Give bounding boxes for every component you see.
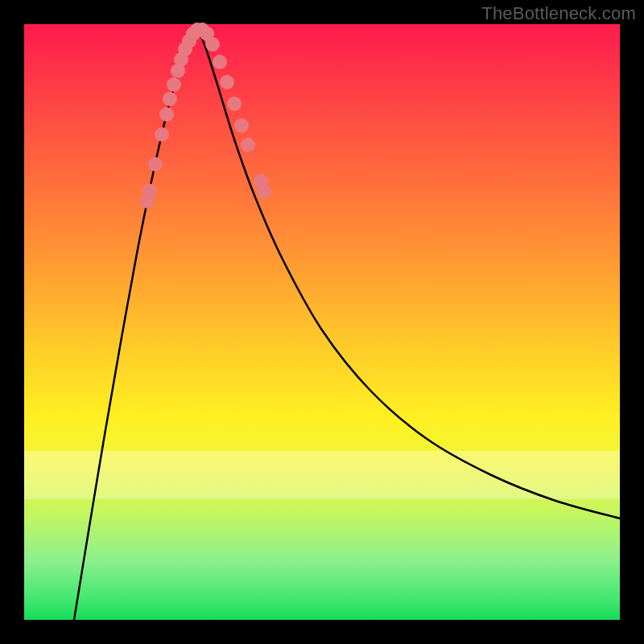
curve-right-curve — [197, 28, 620, 518]
highlight-dot — [155, 127, 169, 142]
highlight-dot — [140, 194, 155, 208]
curve-group — [74, 28, 620, 620]
highlight-dot — [159, 107, 174, 122]
highlight-dot — [171, 64, 185, 78]
curve-left-curve — [74, 28, 197, 620]
highlight-dot — [205, 37, 220, 52]
highlight-dot — [220, 75, 234, 89]
highlight-dot — [167, 77, 181, 92]
watermark-text: TheBottleneck.com — [481, 3, 636, 24]
dot-group — [140, 23, 271, 208]
highlight-dot — [142, 184, 157, 198]
highlight-dot — [182, 34, 196, 48]
highlight-dot — [234, 118, 249, 133]
highlight-dot — [227, 97, 242, 111]
highlight-dot — [190, 23, 204, 37]
highlight-dot — [195, 23, 209, 37]
plot-area — [24, 24, 620, 620]
highlight-dot — [257, 184, 271, 199]
chart-frame: TheBottleneck.com — [0, 0, 644, 644]
highlight-dot — [241, 138, 255, 152]
highlight-dot — [213, 55, 227, 69]
highlight-dot — [163, 92, 177, 106]
chart-svg — [24, 24, 620, 620]
highlight-dot — [186, 27, 200, 41]
highlight-dot — [254, 174, 268, 188]
highlight-dot — [148, 157, 163, 171]
highlight-dot — [178, 42, 192, 56]
highlight-band — [24, 451, 620, 499]
highlight-dot — [200, 27, 214, 41]
highlight-dot — [174, 52, 188, 67]
